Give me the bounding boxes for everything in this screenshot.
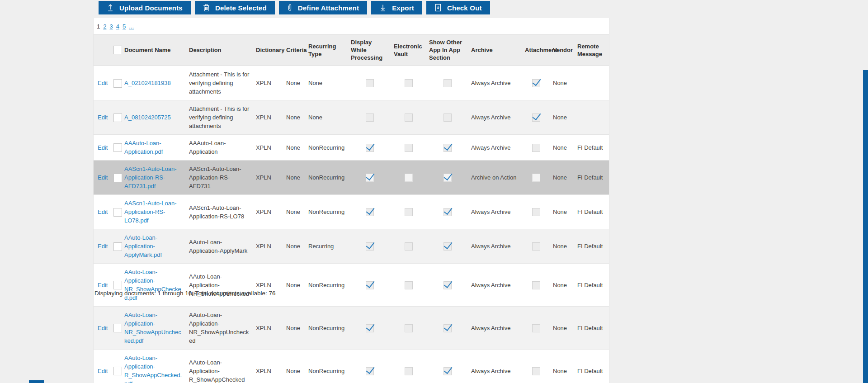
document-name-link[interactable]: A_081024205725 [124, 114, 171, 121]
delete-selected-button[interactable]: Delete Selected [195, 1, 275, 14]
electronic-vault-checkbox [405, 367, 413, 375]
check-out-label: Check Out [447, 4, 482, 12]
pagination-page-2[interactable]: 2 [103, 23, 106, 30]
document-name-link[interactable]: A_021024181938 [124, 80, 171, 86]
pagination-page-4[interactable]: 4 [116, 23, 119, 30]
pagination-ellipsis[interactable]: ... [129, 23, 134, 30]
description-cell: AAuto-Loan-Application-NR_ShowAppChecked [186, 264, 253, 307]
attachment-checkbox [532, 208, 540, 216]
remote-message-cell: FI Default [575, 350, 609, 383]
electronic-vault-checkbox [405, 113, 413, 122]
edit-link[interactable]: Edit [98, 325, 108, 331]
header-criteria: Criteria [283, 34, 306, 66]
vendor-cell: None [550, 350, 575, 383]
export-button[interactable]: Export [371, 1, 422, 14]
row-select-checkbox[interactable] [113, 143, 122, 152]
table-row: Edit AAuto-Loan-Application-NR_ShowAppCh… [94, 264, 609, 307]
select-all-checkbox[interactable] [113, 46, 122, 54]
vendor-cell: None [550, 229, 575, 264]
vertical-scrollbar-thumb[interactable] [863, 70, 868, 383]
vendor-cell: None [550, 195, 575, 229]
edit-link[interactable]: Edit [98, 174, 108, 181]
display-while-processing-checkbox [366, 367, 374, 375]
archive-cell: Always Archive [468, 350, 522, 383]
horizontal-scrollbar-thumb[interactable] [29, 380, 44, 383]
row-select-checkbox[interactable] [113, 79, 122, 88]
download-icon [379, 4, 387, 12]
archive-cell: Always Archive [468, 307, 522, 350]
show-other-app-checkbox [443, 79, 452, 87]
dictionary-cell: XPLN [253, 229, 283, 264]
edit-link[interactable]: Edit [98, 80, 108, 86]
edit-link[interactable]: Edit [98, 114, 108, 121]
row-select-checkbox[interactable] [113, 324, 122, 332]
document-name-link[interactable]: AAAuto-Loan-Application.pdf [124, 140, 163, 155]
row-select-checkbox[interactable] [113, 367, 122, 375]
documents-table: Document Name Description Dictionary Cri… [94, 34, 609, 383]
vendor-cell: None [550, 100, 575, 135]
show-other-app-checkbox [443, 208, 452, 216]
row-select-checkbox[interactable] [113, 208, 122, 217]
pagination-page-5[interactable]: 5 [123, 23, 126, 30]
criteria-cell: None [283, 195, 306, 229]
vendor-cell: None [550, 66, 575, 100]
dictionary-cell: XPLN [253, 307, 283, 350]
table-header: Document Name Description Dictionary Cri… [94, 34, 609, 66]
description-cell: AAAuto-Loan-Application [186, 135, 253, 161]
dictionary-cell: XPLN [253, 195, 283, 229]
archive-cell: Archive on Action [468, 161, 522, 195]
table-row: Edit AAScn1-Auto-Loan-Application-RS-AFD… [94, 161, 609, 195]
document-name-link[interactable]: AAuto-Loan-Application-ApplyMark.pdf [124, 234, 162, 258]
archive-cell: Always Archive [468, 100, 522, 135]
electronic-vault-checkbox [405, 79, 413, 87]
remote-message-cell: FI Default [575, 135, 609, 161]
edit-link[interactable]: Edit [98, 243, 108, 250]
document-name-link[interactable]: AAScn1-Auto-Loan-Application-RS-AFD731.p… [124, 165, 177, 189]
header-recurring-type: Recurring Type [306, 34, 348, 66]
document-name-link[interactable]: AAuto-Loan-Application-R_ShowAppChecked.… [124, 355, 182, 383]
header-dictionary: Dictionary [253, 34, 283, 66]
header-document-name: Document Name [122, 34, 186, 66]
document-name-link[interactable]: AAuto-Loan-Application-NR_ShowAppUncheck… [124, 312, 181, 344]
dictionary-cell: XPLN [253, 100, 283, 135]
criteria-cell: None [283, 264, 306, 307]
pagination-current-page: 1 [97, 23, 100, 30]
archive-cell: Always Archive [468, 66, 522, 100]
attachment-checkbox [532, 242, 540, 251]
attachment-checkbox [532, 144, 540, 152]
show-other-app-checkbox [443, 174, 452, 182]
description-cell: AAScn1-Auto-Loan-Application-RS-LO78 [186, 195, 253, 229]
row-select-checkbox[interactable] [113, 113, 122, 122]
recurring-type-cell: NonRecurring [306, 135, 348, 161]
description-cell: AAuto-Loan-Application-R_ShowAppChecked [186, 350, 253, 383]
archive-cell: Always Archive [468, 135, 522, 161]
define-attachment-label: Define Attachment [298, 4, 359, 12]
upload-icon [107, 4, 114, 12]
electronic-vault-checkbox [405, 324, 413, 332]
electronic-vault-checkbox [405, 242, 413, 251]
row-select-checkbox[interactable] [113, 281, 122, 289]
row-select-checkbox[interactable] [113, 242, 122, 251]
show-other-app-checkbox [443, 281, 452, 289]
check-out-button[interactable]: Check Out [426, 1, 490, 14]
edit-link[interactable]: Edit [98, 282, 108, 288]
description-cell: AAScn1-Auto-Loan-Application-RS-AFD731 [186, 161, 253, 195]
attachment-checkbox [532, 79, 540, 87]
define-attachment-button[interactable]: Define Attachment [279, 1, 367, 14]
dictionary-cell: XPLN [253, 264, 283, 307]
edit-link[interactable]: Edit [98, 144, 108, 151]
upload-documents-button[interactable]: Upload Documents [99, 1, 191, 14]
description-cell: Attachment - This is for verifying defin… [186, 100, 253, 135]
row-select-checkbox[interactable] [113, 174, 122, 182]
pagination-page-3[interactable]: 3 [109, 23, 113, 30]
edit-link[interactable]: Edit [98, 208, 108, 215]
recurring-type-cell: Recurring [306, 229, 348, 264]
document-name-link[interactable]: AAScn1-Auto-Loan-Application-RS-LO78.pdf [124, 200, 177, 224]
header-archive: Archive [468, 34, 522, 66]
recurring-type-cell: NonRecurring [306, 307, 348, 350]
electronic-vault-checkbox [405, 208, 413, 216]
remote-message-cell: FI Default [575, 195, 609, 229]
archive-cell: Always Archive [468, 229, 522, 264]
edit-link[interactable]: Edit [98, 368, 108, 374]
show-other-app-checkbox [443, 367, 452, 375]
